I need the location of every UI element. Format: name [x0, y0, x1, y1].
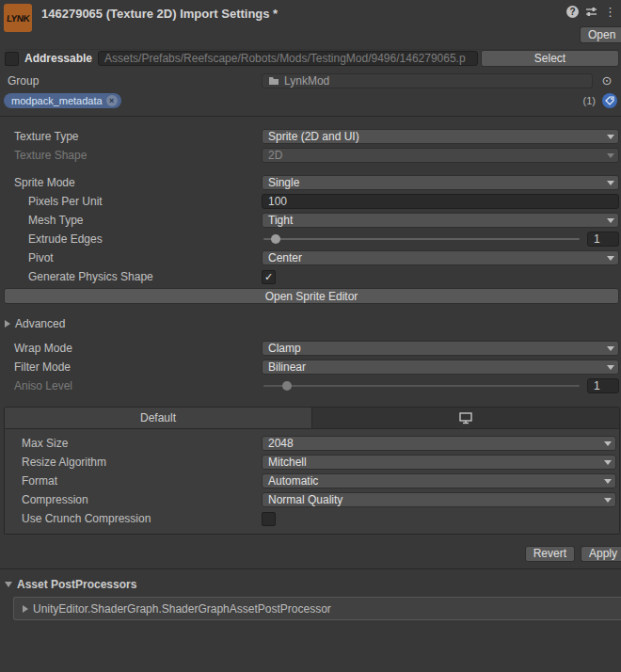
format-dropdown[interactable]: Automatic — [262, 473, 616, 488]
label-chip[interactable]: modpack_metadata × — [4, 93, 121, 108]
compression-row: Compression Normal Quality — [5, 492, 616, 507]
use-crunch-compression-label: Use Crunch Compression — [5, 512, 262, 525]
slider-thumb — [282, 381, 292, 391]
mesh-type-row: Mesh Type Tight — [0, 213, 619, 228]
lynk-logo-text: LYNK — [6, 13, 29, 24]
chevron-down-icon — [604, 460, 612, 465]
aniso-level-value-field: 1 — [587, 378, 619, 393]
extrude-edges-slider[interactable] — [262, 232, 581, 247]
generate-physics-shape-row: Generate Physics Shape ✓ — [0, 269, 619, 284]
pixels-per-unit-field[interactable]: 100 — [262, 194, 619, 209]
sprite-mode-value: Single — [268, 176, 299, 189]
apply-button[interactable]: Apply — [581, 546, 621, 562]
wrap-mode-dropdown[interactable]: Clamp — [262, 341, 619, 356]
group-label: Group — [0, 74, 262, 88]
advanced-label: Advanced — [15, 317, 65, 330]
wrap-mode-value: Clamp — [268, 342, 301, 355]
texture-shape-label: Texture Shape — [0, 149, 262, 162]
compression-value: Normal Quality — [268, 493, 342, 506]
object-picker-icon[interactable]: ⊙ — [593, 73, 621, 88]
sprite-mode-label: Sprite Mode — [0, 176, 262, 189]
label-count: (1) — [583, 95, 596, 106]
aniso-level-row: Aniso Level 1 — [0, 378, 619, 393]
foldout-collapsed-icon — [5, 320, 10, 328]
foldout-expanded-icon — [5, 582, 12, 587]
chevron-down-icon — [604, 479, 612, 484]
slider-thumb[interactable] — [271, 234, 280, 244]
max-size-row: Max Size 2048 — [5, 436, 616, 451]
section-divider — [0, 568, 621, 569]
use-crunch-compression-checkbox[interactable] — [262, 512, 276, 526]
open-button[interactable]: Open — [580, 26, 621, 43]
use-crunch-compression-row: Use Crunch Compression — [5, 511, 616, 526]
format-label: Format — [5, 474, 262, 488]
asset-thumbnail-icon: LYNK — [4, 4, 32, 32]
chevron-down-icon — [604, 498, 612, 503]
revert-button[interactable]: Revert — [525, 546, 575, 562]
sprite-mode-dropdown[interactable]: Single — [262, 175, 619, 190]
kebab-menu-icon[interactable]: ⋮ — [604, 6, 616, 18]
open-sprite-editor-button[interactable]: Open Sprite Editor — [4, 288, 619, 304]
tag-button[interactable] — [602, 93, 617, 108]
platform-tabbar: Default — [5, 408, 619, 429]
mesh-type-label: Mesh Type — [0, 214, 262, 227]
filter-mode-label: Filter Mode — [0, 360, 262, 374]
texture-shape-value: 2D — [268, 149, 282, 162]
label-chip-text: modpack_metadata — [11, 95, 103, 106]
tab-standalone[interactable] — [312, 408, 619, 428]
monitor-icon — [459, 412, 472, 424]
help-icon[interactable]: ? — [566, 6, 579, 18]
slider-track — [263, 385, 580, 387]
chevron-down-icon — [607, 218, 614, 223]
texture-type-label: Texture Type — [0, 130, 262, 143]
group-row: Group LynkMod ⊙ — [0, 72, 621, 88]
mesh-type-value: Tight — [268, 214, 293, 227]
presets-icon[interactable] — [585, 6, 597, 18]
wrap-mode-row: Wrap Mode Clamp — [0, 341, 619, 356]
chevron-down-icon — [607, 365, 614, 370]
chevron-down-icon — [607, 181, 614, 185]
texture-type-row: Texture Type Sprite (2D and UI) — [0, 129, 619, 144]
resize-algorithm-label: Resize Algorithm — [5, 456, 262, 469]
compression-dropdown[interactable]: Normal Quality — [262, 492, 616, 507]
inspector-panel: LYNK 146279065 (Texture 2D) Import Setti… — [0, 0, 621, 672]
apply-revert-bar: Revert Apply — [0, 546, 621, 562]
mesh-type-dropdown[interactable]: Tight — [262, 213, 619, 228]
max-size-dropdown[interactable]: 2048 — [262, 436, 616, 451]
inspector-header: LYNK 146279065 (Texture 2D) Import Setti… — [0, 0, 621, 45]
slider-track — [263, 238, 580, 240]
select-button[interactable]: Select — [481, 50, 619, 67]
postprocessor-item[interactable]: UnityEditor.ShaderGraph.ShaderGraphAsset… — [13, 597, 621, 620]
texture-type-dropdown[interactable]: Sprite (2D and UI) — [262, 129, 619, 144]
texture-shape-row: Texture Shape 2D — [0, 148, 619, 163]
chevron-down-icon — [607, 153, 614, 158]
texture-shape-dropdown: 2D — [262, 148, 619, 163]
addressable-row: Addressable Assets/Prefabs/Reefscape/Rob… — [5, 49, 619, 67]
pixels-per-unit-label: Pixels Per Unit — [0, 195, 262, 208]
filter-mode-value: Bilinear — [268, 360, 306, 374]
resize-algorithm-dropdown[interactable]: Mitchell — [262, 455, 616, 470]
addressable-label: Addressable — [24, 52, 92, 65]
group-object-field[interactable]: LynkMod — [262, 73, 593, 88]
filter-mode-row: Filter Mode Bilinear — [0, 360, 619, 375]
max-size-value: 2048 — [268, 437, 294, 450]
chip-remove-icon[interactable]: × — [106, 95, 118, 106]
addressable-checkbox[interactable] — [5, 52, 19, 66]
compression-label: Compression — [5, 493, 262, 506]
pivot-dropdown[interactable]: Center — [262, 250, 619, 265]
generate-physics-shape-checkbox[interactable]: ✓ — [262, 270, 276, 284]
filter-mode-dropdown[interactable]: Bilinear — [262, 360, 619, 375]
asset-postprocessors-foldout[interactable]: Asset PostProcessors — [5, 577, 621, 592]
advanced-foldout[interactable]: Advanced — [5, 316, 621, 331]
addressable-path-field[interactable]: Assets/Prefabs/Reefscape/Robots/Mods/Tes… — [98, 51, 478, 66]
extrude-edges-value-field[interactable]: 1 — [587, 232, 619, 247]
tab-default[interactable]: Default — [5, 408, 312, 428]
asset-postprocessors-title: Asset PostProcessors — [17, 578, 136, 591]
pivot-value: Center — [268, 251, 302, 264]
chevron-down-icon — [607, 256, 614, 261]
sprite-mode-row: Sprite Mode Single — [0, 175, 619, 190]
chevron-down-icon — [604, 441, 612, 446]
wrap-mode-label: Wrap Mode — [0, 342, 262, 355]
postprocessor-item-label: UnityEditor.ShaderGraph.ShaderGraphAsset… — [33, 602, 331, 616]
resize-algorithm-value: Mitchell — [268, 456, 307, 469]
